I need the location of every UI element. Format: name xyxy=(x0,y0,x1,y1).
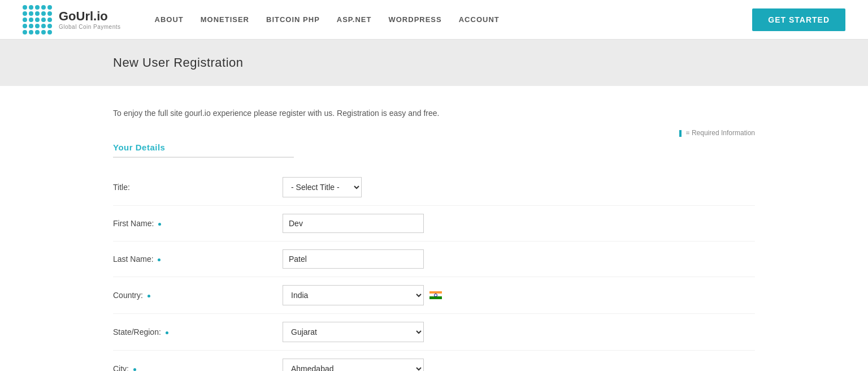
form-row-title: Title: - Select Title - Mr. Mrs. Ms. Dr. xyxy=(113,169,755,206)
required-label: = Required Information xyxy=(686,129,755,137)
form-row-city: City: Ahmedabad Surat Vadodara Rajkot xyxy=(113,351,755,371)
required-info: = Required Information xyxy=(113,129,755,137)
country-select[interactable]: India United States United Kingdom Austr… xyxy=(283,285,424,305)
required-indicator xyxy=(166,331,168,334)
form-row-state-region: State/Region: Gujarat Maharashtra Delhi … xyxy=(113,314,755,351)
nav-about[interactable]: ABOUT xyxy=(155,15,184,24)
required-indicator xyxy=(158,258,160,261)
header: GoUrl.io Global Coin Payments ABOUT MONE… xyxy=(0,0,868,40)
logo[interactable]: GoUrl.io Global Coin Payments xyxy=(23,5,121,34)
main-nav: ABOUT MONETISER BITCOIN PHP ASP.NET WORD… xyxy=(155,15,753,24)
form-row-country: Country: India United States United King… xyxy=(113,277,755,314)
label-city: City: xyxy=(113,364,283,371)
nav-account[interactable]: ACCOUNT xyxy=(459,15,500,24)
label-country: Country: xyxy=(113,291,283,300)
intro-text: To enjoy the full site gourl.io experien… xyxy=(113,109,755,118)
title-select[interactable]: - Select Title - Mr. Mrs. Ms. Dr. xyxy=(283,177,362,197)
india-flag-icon xyxy=(429,291,442,300)
nav-monetiser[interactable]: MONETISER xyxy=(201,15,249,24)
required-indicator xyxy=(133,368,136,371)
form-row-last-name: Last Name: xyxy=(113,241,755,277)
main-content: To enjoy the full site gourl.io experien… xyxy=(0,86,868,371)
last-name-input[interactable] xyxy=(283,249,424,269)
label-state-region: State/Region: xyxy=(113,327,283,337)
label-first-name: First Name: xyxy=(113,219,283,228)
logo-text: GoUrl.io Global Coin Payments xyxy=(59,9,121,30)
nav-asp-net[interactable]: ASP.NET xyxy=(337,15,372,24)
logo-title: GoUrl.io xyxy=(59,9,121,24)
nav-wordpress[interactable]: WORDPRESS xyxy=(388,15,441,24)
required-bar-icon xyxy=(679,130,682,137)
country-input-group: India United States United Kingdom Austr… xyxy=(283,285,442,305)
logo-dots xyxy=(23,5,52,34)
city-select[interactable]: Ahmedabad Surat Vadodara Rajkot xyxy=(283,359,424,371)
section-title-your-details: Your Details xyxy=(113,143,294,158)
page-header: New User Registration xyxy=(0,40,868,86)
state-region-select[interactable]: Gujarat Maharashtra Delhi Karnataka xyxy=(283,322,424,342)
label-title: Title: xyxy=(113,183,283,192)
nav-bitcoin-php[interactable]: BITCOIN PHP xyxy=(266,15,320,24)
required-indicator xyxy=(158,223,161,226)
label-last-name: Last Name: xyxy=(113,254,283,264)
required-indicator xyxy=(147,295,150,297)
page-title: New User Registration xyxy=(113,55,755,70)
get-started-button[interactable]: GET STARTED xyxy=(752,8,845,31)
first-name-input[interactable] xyxy=(283,214,424,233)
logo-subtitle: Global Coin Payments xyxy=(59,24,121,30)
form-row-first-name: First Name: xyxy=(113,206,755,241)
